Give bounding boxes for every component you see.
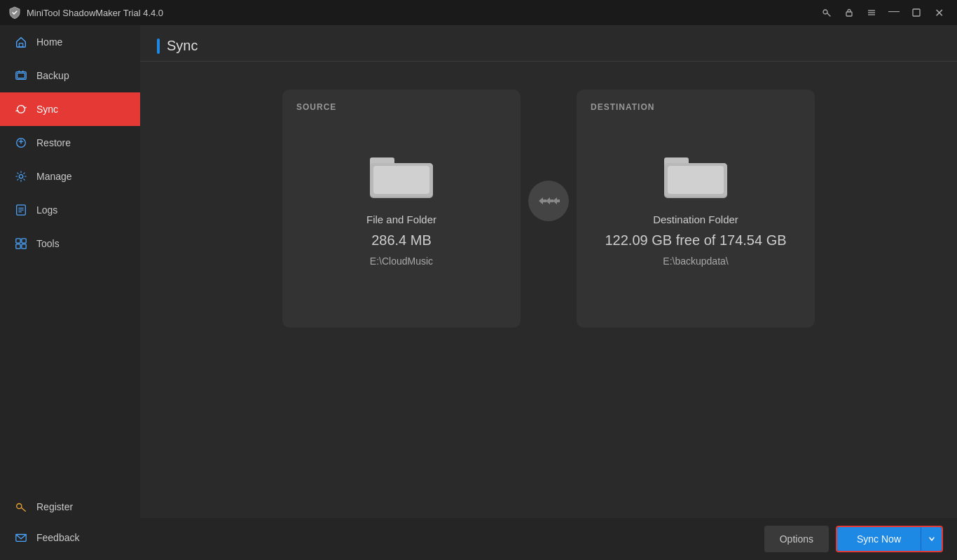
sidebar-item-register[interactable]: Register: [0, 491, 140, 522]
page-title: Sync: [167, 38, 198, 54]
svg-line-23: [21, 507, 25, 511]
svg-rect-21: [22, 244, 26, 248]
svg-rect-32: [668, 166, 724, 194]
svg-rect-20: [16, 244, 20, 248]
sidebar-label-manage: Manage: [36, 171, 72, 182]
app-logo: [8, 6, 21, 19]
source-card-path: E:\CloudMusic: [370, 255, 433, 267]
source-folder-icon: [370, 150, 433, 200]
manage-icon: [14, 169, 28, 183]
options-button[interactable]: Options: [764, 526, 829, 552]
svg-line-1: [827, 13, 831, 17]
sidebar-item-home[interactable]: Home: [0, 25, 140, 59]
sidebar-label-restore: Restore: [36, 137, 71, 148]
sidebar-label-sync: Sync: [36, 104, 58, 115]
sidebar-item-backup[interactable]: Backup: [0, 59, 140, 92]
destination-card-label: DESTINATION: [591, 102, 654, 112]
key-icon[interactable]: [817, 3, 836, 22]
sidebar-item-restore[interactable]: Restore: [0, 126, 140, 160]
sync-area: SOURCE File and Folder 286.4 MB E:\Cloud…: [140, 62, 957, 518]
sidebar-item-sync[interactable]: Sync: [0, 92, 140, 126]
logs-icon: [14, 203, 28, 217]
sidebar-label-register: Register: [36, 501, 73, 512]
close-button[interactable]: ✕: [929, 3, 949, 22]
svg-point-22: [17, 504, 22, 509]
svg-rect-19: [22, 239, 26, 243]
lock-icon[interactable]: [839, 3, 859, 22]
backup-icon: [14, 69, 28, 83]
sync-icon: [14, 102, 28, 116]
menu-icon[interactable]: [862, 3, 881, 22]
sync-now-dropdown-button[interactable]: [921, 527, 942, 551]
sidebar-label-tools: Tools: [36, 238, 60, 249]
app-title: MiniTool ShadowMaker Trial 4.4.0: [27, 8, 817, 18]
sidebar-item-manage[interactable]: Manage: [0, 160, 140, 193]
sidebar-label-backup: Backup: [36, 70, 69, 81]
sync-now-button[interactable]: Sync Now: [837, 527, 921, 551]
sidebar-item-feedback[interactable]: Feedback: [0, 522, 140, 553]
restore-icon: [14, 136, 28, 150]
sidebar: Home Backup: [0, 25, 140, 560]
svg-point-0: [823, 10, 827, 14]
destination-card-size: 122.09 GB free of 174.54 GB: [605, 232, 786, 248]
destination-card-type: Destination Folder: [653, 214, 738, 225]
home-icon: [14, 35, 28, 49]
sidebar-label-home: Home: [36, 36, 62, 48]
sidebar-label-logs: Logs: [36, 204, 57, 216]
svg-rect-6: [913, 9, 920, 16]
titlebar: MiniTool ShadowMaker Trial 4.4.0 —: [0, 0, 957, 25]
restore-button[interactable]: [907, 3, 926, 22]
sidebar-bottom: Register Feedback: [0, 491, 140, 560]
destination-card-path: E:\backupdata\: [663, 255, 728, 267]
sidebar-item-logs[interactable]: Logs: [0, 193, 140, 227]
tools-icon: [14, 237, 28, 251]
key-register-icon: [14, 500, 28, 514]
app-body: Home Backup: [0, 25, 957, 560]
main-content: Sync SOURCE File and Folder 286.4 MB E:\…: [140, 25, 957, 560]
sync-now-wrapper: Sync Now: [836, 526, 943, 552]
source-card-size: 286.4 MB: [371, 232, 432, 248]
svg-rect-9: [18, 73, 25, 78]
footer: Options Sync Now: [140, 518, 957, 560]
destination-card[interactable]: DESTINATION Destination Folder 122.09 GB…: [577, 90, 815, 328]
source-card[interactable]: SOURCE File and Folder 286.4 MB E:\Cloud…: [282, 90, 521, 328]
svg-rect-18: [16, 239, 20, 243]
sidebar-label-feedback: Feedback: [36, 532, 79, 543]
svg-rect-28: [373, 166, 429, 194]
source-card-type: File and Folder: [366, 214, 436, 225]
sync-direction-arrow: [521, 181, 577, 221]
arrow-circle: [528, 181, 569, 221]
svg-rect-2: [846, 12, 852, 16]
sidebar-item-tools[interactable]: Tools: [0, 227, 140, 260]
svg-point-13: [19, 174, 22, 178]
destination-folder-icon: [664, 150, 727, 200]
mail-icon: [14, 531, 28, 545]
minimize-button[interactable]: —: [884, 3, 904, 22]
page-header: Sync: [140, 25, 957, 62]
source-card-label: SOURCE: [296, 102, 336, 112]
window-controls: — ✕: [817, 3, 949, 22]
svg-rect-7: [19, 43, 22, 47]
header-accent: [157, 38, 160, 54]
